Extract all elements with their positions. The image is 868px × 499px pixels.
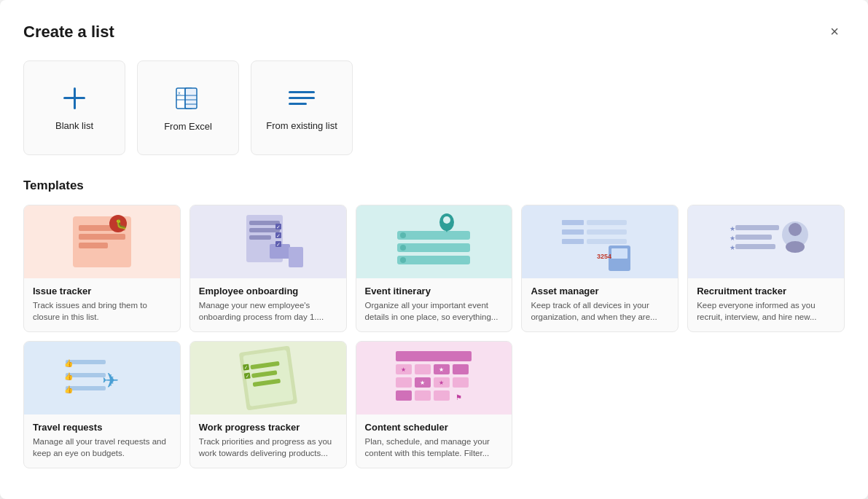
- work-progress-name: Work progress tracker: [199, 422, 337, 433]
- list-icon: [289, 85, 315, 111]
- content-scheduler-desc: Plan, schedule, and manage your content …: [365, 436, 504, 459]
- svg-rect-10: [79, 243, 108, 248]
- template-card-recruitment-tracker[interactable]: ★ ★ ★ Recruitment tracker Keep everyone …: [687, 205, 845, 332]
- asset-manager-desc: Keep track of all devices in your organi…: [531, 299, 669, 323]
- svg-text:✓: ✓: [243, 365, 249, 371]
- svg-text:★: ★: [420, 380, 425, 386]
- svg-point-28: [400, 232, 406, 238]
- issue-tracker-info: Issue tracker Track issues and bring the…: [24, 278, 180, 331]
- templates-grid: 🐛 Issue tracker Track issues and bring t…: [23, 205, 845, 468]
- plus-icon: [61, 85, 87, 111]
- event-itinerary-thumb: [356, 205, 512, 278]
- close-button[interactable]: ×: [824, 20, 845, 43]
- svg-point-50: [789, 223, 802, 236]
- svg-text:👍: 👍: [64, 372, 74, 381]
- templates-section-title: Templates: [23, 178, 845, 193]
- svg-rect-37: [587, 229, 627, 235]
- recruitment-tracker-desc: Keep everyone informed as you recruit, i…: [697, 299, 835, 323]
- template-card-event-itinerary[interactable]: Event itinerary Organize all your import…: [356, 205, 513, 332]
- svg-rect-36: [562, 229, 584, 235]
- asset-manager-info: Asset manager Keep track of all devices …: [522, 278, 678, 331]
- svg-rect-70: [415, 364, 431, 374]
- svg-rect-18: [289, 247, 303, 267]
- svg-rect-78: [415, 390, 431, 401]
- asset-manager-name: Asset manager: [531, 286, 669, 296]
- dialog-header: Create a list ×: [23, 20, 845, 43]
- blank-list-card[interactable]: Blank list: [23, 60, 125, 155]
- svg-rect-72: [453, 364, 469, 374]
- svg-rect-26: [397, 243, 470, 252]
- employee-onboarding-desc: Manage your new employee's onboarding pr…: [199, 299, 337, 323]
- svg-rect-45: [735, 244, 775, 249]
- svg-text:✓: ✓: [276, 233, 281, 238]
- svg-rect-27: [397, 256, 470, 264]
- issue-tracker-name: Issue tracker: [33, 286, 171, 296]
- issue-tracker-thumb: 🐛: [24, 205, 180, 278]
- excel-icon: X: [174, 85, 202, 112]
- template-card-content-scheduler[interactable]: ★ ★ ★ ★ ⚑ Content scheduler Plan, schedu…: [356, 341, 513, 468]
- svg-rect-15: [249, 228, 280, 232]
- svg-text:★: ★: [730, 225, 735, 232]
- svg-rect-79: [434, 390, 450, 401]
- svg-point-30: [400, 257, 406, 263]
- event-itinerary-info: Event itinerary Organize all your import…: [356, 278, 512, 331]
- employee-onboarding-name: Employee onboarding: [199, 286, 337, 296]
- svg-rect-9: [79, 234, 125, 240]
- travel-requests-desc: Manage all your travel requests and keep…: [33, 436, 171, 459]
- create-list-dialog: Create a list × Blank list X: [0, 0, 868, 499]
- employee-onboarding-thumb: ✓ ✓ ✓: [190, 205, 346, 278]
- svg-rect-14: [249, 221, 280, 225]
- svg-rect-25: [397, 231, 470, 240]
- svg-text:✓: ✓: [276, 224, 281, 229]
- template-card-asset-manager[interactable]: 3254 Asset manager Keep track of all dev…: [521, 205, 679, 332]
- svg-text:★: ★: [730, 235, 735, 242]
- dialog-title: Create a list: [23, 23, 114, 42]
- template-card-travel-requests[interactable]: 👍 👍 👍 ✈ Travel requests Manage all your …: [23, 341, 181, 468]
- svg-point-32: [443, 216, 450, 224]
- svg-text:3254: 3254: [597, 253, 611, 260]
- svg-text:★: ★: [730, 244, 735, 251]
- svg-text:★: ★: [401, 366, 406, 373]
- svg-rect-39: [587, 239, 627, 244]
- quick-actions-row: Blank list X From Excel: [23, 60, 845, 155]
- svg-rect-35: [587, 220, 627, 225]
- svg-text:✓: ✓: [276, 242, 281, 247]
- work-progress-info: Work progress tracker Track priorities a…: [190, 414, 346, 468]
- template-card-issue-tracker[interactable]: 🐛 Issue tracker Track issues and bring t…: [23, 205, 181, 332]
- employee-onboarding-info: Employee onboarding Manage your new empl…: [190, 278, 346, 331]
- from-excel-card[interactable]: X From Excel: [137, 60, 239, 155]
- svg-rect-68: [396, 351, 472, 361]
- svg-rect-1: [185, 88, 197, 109]
- work-progress-desc: Track priorities and progress as you wor…: [199, 436, 337, 459]
- svg-rect-76: [453, 377, 469, 388]
- svg-text:✓: ✓: [245, 374, 250, 380]
- content-scheduler-thumb: ★ ★ ★ ★ ⚑: [356, 342, 512, 414]
- recruitment-tracker-name: Recruitment tracker: [697, 286, 835, 296]
- svg-point-51: [786, 241, 805, 253]
- travel-requests-name: Travel requests: [33, 422, 171, 433]
- event-itinerary-desc: Organize all your important event detail…: [365, 299, 504, 323]
- svg-rect-43: [735, 225, 779, 230]
- svg-rect-60: [243, 350, 293, 406]
- svg-point-29: [400, 245, 406, 251]
- travel-requests-thumb: 👍 👍 👍 ✈: [24, 342, 180, 414]
- blank-list-label: Blank list: [55, 120, 93, 131]
- svg-text:★: ★: [439, 366, 444, 373]
- template-card-work-progress[interactable]: ✓ ✓ Work progress tracker Track prioriti…: [189, 341, 347, 468]
- work-progress-thumb: ✓ ✓: [190, 342, 346, 414]
- travel-requests-info: Travel requests Manage all your travel r…: [24, 414, 180, 468]
- svg-rect-16: [249, 235, 271, 240]
- svg-rect-41: [611, 248, 627, 259]
- svg-text:👍: 👍: [64, 385, 74, 394]
- svg-rect-44: [735, 235, 772, 240]
- asset-manager-thumb: 3254: [522, 205, 678, 278]
- svg-rect-73: [396, 377, 412, 388]
- content-scheduler-info: Content scheduler Plan, schedule, and ma…: [356, 414, 512, 468]
- template-card-employee-onboarding[interactable]: ✓ ✓ ✓ Employee onboarding Manage your ne…: [189, 205, 347, 332]
- from-excel-label: From Excel: [164, 121, 212, 132]
- svg-rect-34: [562, 220, 584, 225]
- content-scheduler-name: Content scheduler: [365, 422, 504, 433]
- event-itinerary-name: Event itinerary: [365, 286, 504, 296]
- from-existing-label: From existing list: [266, 120, 337, 131]
- from-existing-card[interactable]: From existing list: [251, 60, 353, 155]
